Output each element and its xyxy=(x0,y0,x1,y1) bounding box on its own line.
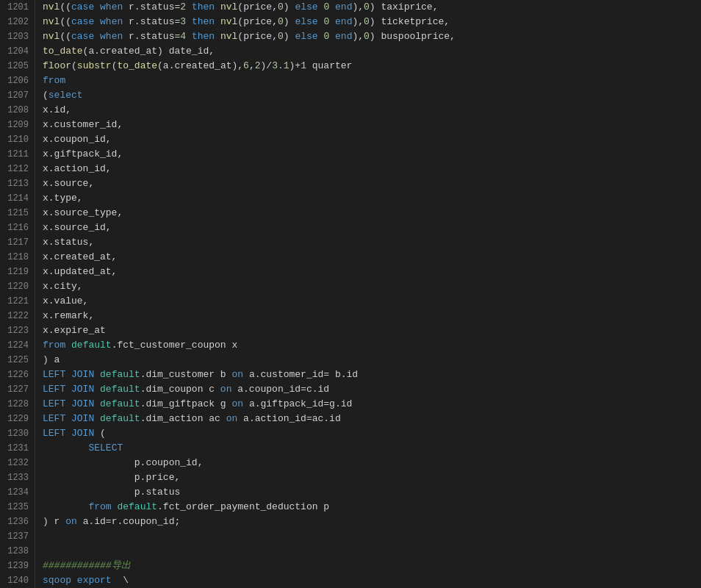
code-line xyxy=(43,544,701,559)
code-line: LEFT JOIN default.dim_action ac on a.act… xyxy=(43,412,701,426)
line-number: 1213 xyxy=(3,176,29,191)
code-editor: 1201120212031204120512061207120812091210… xyxy=(0,0,701,588)
line-number: 1201 xyxy=(3,0,29,15)
line-number: 1239 xyxy=(3,559,29,573)
code-line: x.source_type, xyxy=(43,206,701,220)
line-number: 1202 xyxy=(3,15,29,29)
line-numbers: 1201120212031204120512061207120812091210… xyxy=(0,0,35,588)
code-line: x.customer_id, xyxy=(43,118,701,132)
code-line: x.expire_at xyxy=(43,323,701,338)
line-number: 1233 xyxy=(3,470,29,485)
code-line: to_date(a.created_at) date_id, xyxy=(43,44,701,59)
code-line: (select xyxy=(43,88,701,103)
line-number: 1210 xyxy=(3,132,29,147)
code-line: x.remark, xyxy=(43,309,701,323)
code-line: nvl((case when r.status=4 then nvl(price… xyxy=(43,29,701,44)
code-line: ) r on a.id=r.coupon_id; xyxy=(43,514,701,529)
code-line: LEFT JOIN default.dim_coupon c on a.coup… xyxy=(43,382,701,397)
line-number: 1230 xyxy=(3,426,29,441)
line-number: 1209 xyxy=(3,118,29,132)
line-number: 1237 xyxy=(3,529,29,544)
line-number: 1218 xyxy=(3,250,29,265)
code-line: sqoop export \ xyxy=(43,573,701,588)
line-number: 1203 xyxy=(3,29,29,44)
code-line: from xyxy=(43,74,701,88)
code-line: x.coupon_id, xyxy=(43,132,701,147)
code-line: LEFT JOIN default.dim_customer b on a.cu… xyxy=(43,368,701,382)
code-line: x.city, xyxy=(43,279,701,294)
line-number: 1224 xyxy=(3,338,29,353)
line-number: 1223 xyxy=(3,323,29,338)
code-line: LEFT JOIN ( xyxy=(43,426,701,441)
code-line: p.coupon_id, xyxy=(43,456,701,470)
code-line: p.status xyxy=(43,485,701,500)
code-line: x.id, xyxy=(43,103,701,118)
line-number: 1212 xyxy=(3,162,29,176)
line-number: 1225 xyxy=(3,353,29,368)
line-number: 1234 xyxy=(3,485,29,500)
line-number: 1215 xyxy=(3,206,29,220)
line-number: 1219 xyxy=(3,265,29,279)
line-number: 1221 xyxy=(3,294,29,309)
line-number: 1240 xyxy=(3,573,29,588)
code-line: x.created_at, xyxy=(43,250,701,265)
line-number: 1232 xyxy=(3,456,29,470)
line-number: 1206 xyxy=(3,74,29,88)
line-number: 1235 xyxy=(3,500,29,514)
code-line: x.value, xyxy=(43,294,701,309)
code-line: SELECT xyxy=(43,441,701,456)
line-number: 1216 xyxy=(3,220,29,235)
line-number: 1236 xyxy=(3,514,29,529)
code-area[interactable]: nvl((case when r.status=2 then nvl(price… xyxy=(35,0,701,588)
line-number: 1220 xyxy=(3,279,29,294)
code-line: x.status, xyxy=(43,235,701,250)
line-number: 1231 xyxy=(3,441,29,456)
line-number: 1208 xyxy=(3,103,29,118)
line-number: 1207 xyxy=(3,88,29,103)
code-line: nvl((case when r.status=3 then nvl(price… xyxy=(43,15,701,29)
line-number: 1227 xyxy=(3,382,29,397)
code-line: nvl((case when r.status=2 then nvl(price… xyxy=(43,0,701,15)
code-line: from default.fct_order_payment_deduction… xyxy=(43,500,701,514)
line-number: 1205 xyxy=(3,59,29,74)
line-number: 1222 xyxy=(3,309,29,323)
line-number: 1228 xyxy=(3,397,29,412)
code-line: floor(substr(to_date(a.created_at),6,2)/… xyxy=(43,59,701,74)
code-line: ) a xyxy=(43,353,701,368)
code-line: from default.fct_customer_coupon x xyxy=(43,338,701,353)
line-number: 1214 xyxy=(3,191,29,206)
line-number: 1217 xyxy=(3,235,29,250)
code-line: p.price, xyxy=(43,470,701,485)
code-line: x.action_id, xyxy=(43,162,701,176)
code-line: x.source_id, xyxy=(43,220,701,235)
code-line: x.updated_at, xyxy=(43,265,701,279)
line-number: 1238 xyxy=(3,544,29,559)
code-line xyxy=(43,529,701,544)
code-line: LEFT JOIN default.dim_giftpack g on a.gi… xyxy=(43,397,701,412)
code-line: x.source, xyxy=(43,176,701,191)
line-number: 1211 xyxy=(3,147,29,162)
line-number: 1226 xyxy=(3,368,29,382)
line-number: 1229 xyxy=(3,412,29,426)
code-line: x.giftpack_id, xyxy=(43,147,701,162)
code-line: ############导出 xyxy=(43,559,701,573)
code-line: x.type, xyxy=(43,191,701,206)
line-number: 1204 xyxy=(3,44,29,59)
